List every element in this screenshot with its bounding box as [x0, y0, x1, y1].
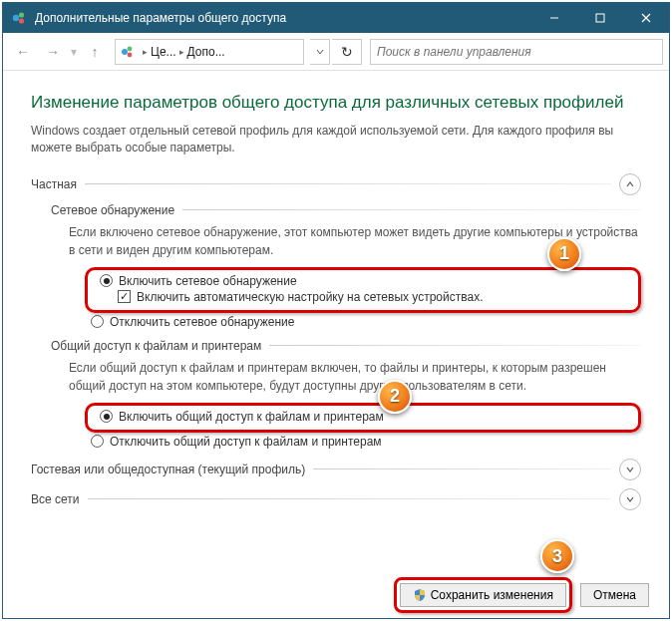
radio-fp-off-label: Отключить общий доступ к файлам и принте… — [110, 435, 382, 449]
subgroup-nd-label: Сетевое обнаружение — [51, 203, 174, 217]
window-buttons — [531, 3, 669, 33]
highlight-3: Сохранить изменения — [394, 577, 572, 613]
chevron-up-icon[interactable] — [619, 173, 641, 195]
radio-nd-off-label: Отключить сетевое обнаружение — [110, 315, 294, 329]
nav-up-button[interactable]: ↑ — [81, 38, 109, 66]
close-button[interactable] — [623, 3, 669, 33]
svg-point-2 — [19, 18, 24, 23]
radio-fp-on-label: Включить общий доступ к файлам и принтер… — [119, 410, 384, 424]
app-icon — [11, 10, 27, 26]
section-guest-header[interactable]: Гостевая или общедоступная (текущий проф… — [31, 459, 641, 480]
svg-point-0 — [13, 15, 19, 21]
radio-icon — [91, 435, 104, 448]
nav-forward-button[interactable]: → — [39, 38, 67, 66]
divider — [88, 498, 612, 499]
nav-back-button[interactable]: ← — [9, 38, 37, 66]
shield-icon — [413, 588, 427, 602]
section-private: Частная Сетевое обнаружение Если включен… — [31, 173, 641, 449]
svg-point-8 — [128, 46, 133, 51]
checkbox-nd-auto[interactable]: Включить автоматическую настройку на сет… — [100, 290, 632, 304]
svg-rect-4 — [596, 14, 604, 22]
radio-nd-on[interactable]: Включить сетевое обнаружение — [100, 274, 632, 288]
section-guest: Гостевая или общедоступная (текущий проф… — [31, 459, 641, 480]
chevron-right-icon: ▸ — [179, 47, 184, 57]
radio-fp-off[interactable]: Отключить общий доступ к файлам и принте… — [91, 435, 641, 449]
cancel-button-label: Отмена — [593, 588, 636, 602]
radio-fp-on[interactable]: Включить общий доступ к файлам и принтер… — [100, 410, 632, 424]
save-button[interactable]: Сохранить изменения — [400, 583, 566, 607]
page-desc: Windows создает отдельный сетевой профил… — [31, 123, 641, 157]
highlight-2: Включить общий доступ к файлам и принтер… — [85, 403, 641, 433]
search-input[interactable] — [370, 39, 663, 65]
chevron-down-icon[interactable] — [619, 488, 641, 510]
chevron-down-icon[interactable] — [619, 459, 641, 480]
section-private-header[interactable]: Частная — [31, 173, 641, 195]
fp-desc: Если общий доступ к файлам и принтерам в… — [69, 359, 641, 395]
svg-point-1 — [19, 12, 24, 17]
divider — [182, 209, 641, 210]
radio-icon — [91, 315, 104, 328]
radio-icon — [100, 274, 113, 287]
window: Дополнительные параметры общего доступа … — [2, 2, 670, 619]
page-title: Изменение параметров общего доступа для … — [31, 93, 641, 113]
divider — [85, 183, 611, 184]
divider — [269, 345, 641, 346]
breadcrumb-icon — [120, 44, 136, 60]
step-badge-3: 3 — [540, 539, 574, 573]
svg-point-9 — [128, 52, 133, 57]
section-all-label: Все сети — [31, 492, 80, 506]
content: Изменение параметров общего доступа для … — [3, 71, 669, 572]
minimize-button[interactable] — [531, 3, 577, 33]
step-badge-1: 1 — [547, 237, 581, 271]
radio-nd-off[interactable]: Отключить сетевое обнаружение — [91, 315, 641, 329]
subgroup-network-discovery-header: Сетевое обнаружение — [51, 203, 641, 217]
checkbox-icon — [118, 290, 131, 303]
window-title: Дополнительные параметры общего доступа — [35, 11, 531, 25]
highlight-1: Включить сетевое обнаружение Включить ав… — [85, 267, 641, 313]
subgroup-fp-label: Общий доступ к файлам и принтерам — [51, 339, 261, 353]
refresh-button[interactable]: ↻ — [332, 39, 362, 65]
checkbox-nd-auto-label: Включить автоматическую настройку на сет… — [137, 290, 484, 304]
navbar: ← → ▾ ↑ ▸ Це... ▸ Допо... ↻ — [3, 33, 669, 71]
divider — [313, 468, 611, 469]
footer: Сохранить изменения 3 Отмена — [3, 572, 669, 618]
section-all-header[interactable]: Все сети — [31, 488, 641, 510]
nav-sep: ▾ — [71, 45, 77, 59]
section-private-label: Частная — [31, 177, 77, 191]
chevron-right-icon: ▸ — [143, 47, 148, 57]
crumb-2[interactable]: Допо... — [187, 45, 225, 59]
radio-nd-on-label: Включить сетевое обнаружение — [119, 274, 297, 288]
breadcrumb-dropdown[interactable] — [310, 39, 330, 65]
radio-icon — [100, 410, 113, 423]
subgroup-network-discovery: Сетевое обнаружение Если включено сетево… — [51, 203, 641, 329]
subgroup-fp-header: Общий доступ к файлам и принтерам — [51, 339, 641, 353]
cancel-button[interactable]: Отмена — [580, 583, 649, 607]
section-guest-label: Гостевая или общедоступная (текущий проф… — [31, 463, 305, 476]
titlebar: Дополнительные параметры общего доступа — [3, 3, 669, 33]
step-badge-2: 2 — [378, 380, 412, 414]
section-all: Все сети — [31, 488, 641, 510]
svg-point-7 — [122, 49, 128, 55]
crumb-1[interactable]: Це... — [151, 45, 176, 59]
save-button-label: Сохранить изменения — [431, 588, 553, 602]
maximize-button[interactable] — [577, 3, 623, 33]
subgroup-file-printer: Общий доступ к файлам и принтерам Если о… — [51, 339, 641, 449]
breadcrumb[interactable]: ▸ Це... ▸ Допо... — [115, 39, 304, 65]
